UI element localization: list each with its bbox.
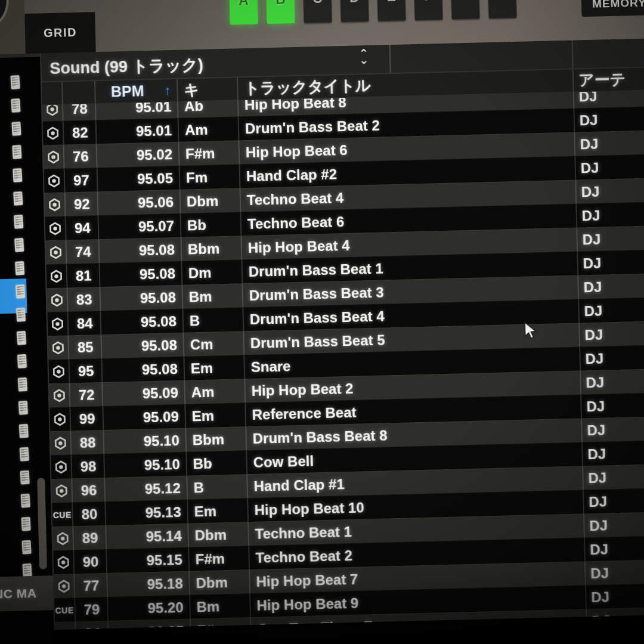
track-bpm: 95.13 [145, 503, 181, 521]
gutter-list-item[interactable] [20, 447, 29, 462]
row-artist-cell: DJ [586, 583, 644, 609]
track-artist: DJ [588, 469, 606, 487]
track-number: 74 [75, 243, 91, 261]
track-number: 76 [73, 148, 89, 165]
track-title: Drum'n Bass Beat 2 [245, 117, 380, 137]
gutter-list-item[interactable] [21, 494, 30, 508]
row-bpm-cell: 95.02 [97, 143, 180, 168]
track-bpm: 95.06 [138, 194, 174, 211]
gutter-list-item[interactable] [12, 145, 21, 159]
track-title: Hand Clap #2 [246, 166, 338, 185]
row-bpm-cell: 95.13 [106, 500, 188, 525]
track-number: 80 [81, 506, 97, 523]
hot-cue-button-h[interactable]: H [487, 0, 516, 18]
track-icon [47, 150, 61, 165]
hot-cue-button-a[interactable]: A [229, 0, 258, 25]
gutter-list-item[interactable] [11, 122, 21, 136]
gutter-list-item[interactable] [11, 98, 20, 113]
playlist-title: Sound (99 トラック) [49, 54, 203, 79]
track-bpm: 95.15 [146, 551, 182, 568]
scrollbar-thumb[interactable] [37, 478, 47, 569]
gutter-list-item[interactable] [16, 308, 26, 322]
row-number-cell: 79 [75, 597, 109, 621]
memory-button[interactable]: MEMORY [581, 0, 644, 17]
tab-grid[interactable]: GRID [24, 12, 96, 54]
hot-cue-button-b[interactable]: B [266, 0, 295, 24]
hot-cue-label: G [460, 0, 471, 3]
hot-cue-button-f[interactable]: F [413, 0, 442, 20]
row-key-cell: Bbm [186, 427, 247, 451]
gutter-list-item[interactable] [10, 75, 20, 89]
track-number: 90 [82, 553, 98, 571]
row-bpm-cell: 95.07 [99, 214, 182, 239]
row-artist-cell: DJ [584, 512, 644, 537]
row-number-cell: 98 [72, 454, 105, 478]
track-artist: DJ [586, 398, 605, 415]
gutter-list-item[interactable] [13, 191, 23, 206]
memory-button-label: MEMORY [592, 0, 644, 11]
row-key-cell: Dbm [188, 522, 249, 547]
gutter-list-item[interactable] [17, 354, 27, 369]
track-number: 82 [72, 124, 88, 141]
hot-cue-button-e[interactable]: E [377, 0, 406, 21]
track-title: Techno Beat 2 [255, 547, 352, 566]
playlist-selector-chevrons-icon[interactable]: ⌃⌄ [354, 47, 374, 77]
track-bpm: 95.09 [142, 384, 178, 401]
gutter-list-item[interactable] [13, 168, 22, 182]
gutter-list-item[interactable] [21, 517, 30, 531]
track-number: 89 [82, 530, 98, 547]
track-key: B [193, 479, 204, 496]
hot-cue-label: F [424, 0, 433, 4]
track-key: F#m [185, 145, 215, 162]
row-key-cell: Bm [190, 594, 251, 618]
hot-cue-label: C [312, 0, 323, 7]
column-header-key[interactable]: キ [178, 78, 239, 101]
row-status-cell [48, 360, 70, 383]
column-header-number[interactable] [63, 81, 96, 104]
row-status-cell [45, 193, 66, 216]
track-bpm: 95.08 [140, 289, 177, 306]
track-number: 84 [77, 315, 93, 332]
row-key-cell: F#m [179, 141, 240, 165]
track-title: Hip Hop Beat 2 [251, 380, 353, 399]
column-header-bpm[interactable]: BPM ↑ [95, 79, 178, 103]
track-icon [55, 484, 69, 498]
track-title: Techno Beat 1 [255, 523, 352, 542]
column-header-status[interactable] [42, 82, 63, 105]
gutter-list-item[interactable] [21, 540, 31, 555]
track-key: Dbm [187, 193, 219, 210]
track-number: 92 [74, 196, 90, 213]
row-number-cell: 99 [70, 407, 104, 431]
track-bpm: 95.02 [137, 146, 173, 163]
row-artist-cell: DJ [584, 488, 644, 513]
gutter-list-item[interactable] [16, 284, 25, 299]
track-artist: DJ [590, 541, 608, 558]
gutter-list-item[interactable] [18, 377, 27, 392]
hot-cue-button-c[interactable]: C [303, 0, 332, 23]
row-number-cell: 85 [69, 335, 102, 359]
gutter-list-item[interactable] [14, 215, 23, 229]
gutter-list-item[interactable] [19, 424, 29, 438]
gutter-list-item[interactable] [20, 470, 30, 485]
gutter-list-item[interactable] [18, 401, 28, 415]
row-artist-cell: DJ [587, 607, 644, 630]
gutter-list-item[interactable] [17, 331, 26, 345]
track-bpm: 95.08 [141, 312, 177, 330]
track-number: 97 [73, 172, 89, 189]
divider [389, 45, 391, 73]
hot-cue-button-g[interactable]: G [450, 0, 479, 20]
row-key-cell: Bb [187, 451, 247, 475]
track-artist: DJ [582, 231, 600, 248]
track-icon [49, 270, 64, 284]
tab-grid-label: GRID [44, 26, 78, 40]
track-number: 94 [75, 219, 91, 237]
gutter-list-item[interactable] [14, 238, 24, 252]
gutter-list-item[interactable] [15, 261, 24, 275]
row-key-cell: Dbm [181, 188, 242, 213]
column-header-artist[interactable]: アーテ [574, 67, 644, 92]
row-artist-cell: DJ [578, 274, 644, 299]
hot-cue-button-d[interactable]: D [340, 0, 369, 22]
row-number-cell: 90 [74, 550, 107, 574]
row-bpm-cell: 95.08 [101, 333, 184, 358]
row-bpm-cell: 95.08 [102, 357, 185, 382]
